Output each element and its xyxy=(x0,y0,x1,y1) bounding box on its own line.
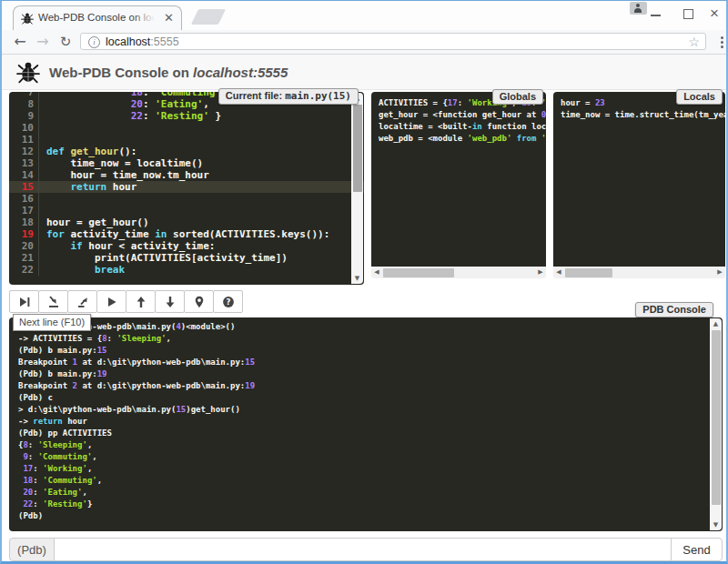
term-line: 22: 'Resting'} xyxy=(18,499,713,510)
code-line: 14 hour = time_now.tm_hour xyxy=(9,169,364,181)
globals-badge: Globals xyxy=(492,89,543,105)
help-button[interactable]: ? xyxy=(213,290,243,313)
bookmark-star-icon[interactable]: ☆ xyxy=(688,34,700,50)
step-out-icon xyxy=(76,296,89,308)
reload-button[interactable]: ↻ xyxy=(55,31,76,53)
new-tab-button[interactable] xyxy=(191,9,226,25)
arrow-down-icon xyxy=(164,296,177,308)
command-input[interactable] xyxy=(54,538,672,561)
where-button[interactable] xyxy=(184,290,214,313)
locals-hscrollbar[interactable]: ◀ ▶ xyxy=(553,267,725,278)
tooltip: Next line (F10) xyxy=(13,314,91,331)
term-line: Breakpoint 2 at d:\git\python-web-pdb\ma… xyxy=(18,380,713,392)
browser-titlebar: Web-PDB Console on loc ✕ xyxy=(2,1,726,30)
back-button[interactable]: ← xyxy=(9,31,31,53)
code-line: 17 xyxy=(9,205,364,217)
term-line: -> return hour xyxy=(18,416,713,428)
term-line: {8: 'Sleeping', xyxy=(18,439,713,451)
globals-hscrollbar[interactable]: ◀ ▶ xyxy=(371,267,546,278)
window-close-button[interactable] xyxy=(703,1,728,26)
code-line: 18hour = get_hour() xyxy=(9,217,364,228)
term-line: localtime = <built-in function localtime… xyxy=(379,121,539,133)
line-number: 21 xyxy=(9,252,39,264)
line-number: 20 xyxy=(9,240,39,252)
line-number: 13 xyxy=(9,157,39,169)
bug-logo-icon xyxy=(16,60,40,84)
continue-button[interactable] xyxy=(96,290,126,313)
globals-panel: ACTIVITIES = {17: 'Working', 18: 'Commut… xyxy=(371,92,546,278)
address-bar[interactable]: i localhost:5555 ☆ xyxy=(80,33,706,50)
locals-badge: Locals xyxy=(676,89,723,105)
page-title-host: localhost:5555 xyxy=(193,65,288,80)
locals-panel: hour = 23time_now = time.struct_time(tm_… xyxy=(553,92,725,278)
term-line: (Pdb) b main.py:19 xyxy=(18,368,713,380)
stack-up-button[interactable] xyxy=(126,290,156,313)
globals-scrollbar-thumb[interactable] xyxy=(383,268,454,277)
term-line: > d:\git\python-web-pdb\main.py(15)get_h… xyxy=(18,404,713,416)
breakpoint-line-number: 19 xyxy=(9,228,39,240)
pdb-console-badge: PDB Console xyxy=(635,302,713,317)
term-line: Breakpoint 1 at d:\git\python-web-pdb\ma… xyxy=(18,357,713,368)
scroll-down-icon[interactable]: ▼ xyxy=(351,273,363,284)
pdb-console-panel: > d:\git\python-web-pdb\main.py(4)<modul… xyxy=(9,317,723,531)
scroll-up-icon[interactable]: ▲ xyxy=(710,318,722,329)
locals-scrollbar-thumb[interactable] xyxy=(565,268,612,277)
tab-close-icon[interactable]: ✕ xyxy=(162,11,176,25)
browser-tab[interactable]: Web-PDB Console on loc ✕ xyxy=(13,5,182,30)
forward-button[interactable]: → xyxy=(32,31,54,53)
current-file-panel: 7 18: 'Commuting',8 20: 'Eating',9 22: '… xyxy=(9,92,364,285)
scroll-right-icon[interactable]: ▶ xyxy=(714,267,725,278)
code-line: 13 time_now = localtime() xyxy=(9,157,364,169)
svg-text:?: ? xyxy=(226,297,230,307)
code-line: 10 xyxy=(9,122,364,134)
url-text[interactable]: localhost:5555 xyxy=(106,35,179,49)
line-number: 9 xyxy=(9,110,39,122)
map-pin-icon xyxy=(193,296,206,308)
code-line: 19for activity_time in sorted(ACTIVITIES… xyxy=(9,228,364,240)
next-line-button[interactable] xyxy=(9,290,39,313)
scroll-left-icon[interactable]: ◀ xyxy=(371,267,382,278)
line-number: 7 xyxy=(9,92,39,98)
minimize-button[interactable] xyxy=(641,1,672,26)
breakpoint-line-number: 15 xyxy=(9,181,39,193)
line-number: 22 xyxy=(9,264,39,276)
code-line: 22 break xyxy=(9,264,364,276)
code-line: 16 xyxy=(9,193,364,205)
return-button[interactable] xyxy=(67,290,97,313)
maximize-button[interactable] xyxy=(672,1,703,26)
scroll-right-icon[interactable]: ▶ xyxy=(535,267,546,278)
term-line: 9: 'Commuting', xyxy=(18,451,713,463)
code-editor: 7 18: 'Commuting',8 20: 'Eating',9 22: '… xyxy=(9,92,364,285)
continue-icon xyxy=(106,296,118,308)
app-header: Web-PDB Console on localhost:5555 xyxy=(2,55,726,90)
term-line: (Pdb) xyxy=(18,510,713,522)
line-number: 18 xyxy=(9,217,39,228)
console-scrollbar-thumb[interactable] xyxy=(712,330,721,505)
info-icon[interactable]: i xyxy=(88,36,100,48)
scroll-down-icon[interactable]: ▼ xyxy=(710,519,722,530)
line-number: 14 xyxy=(9,169,39,181)
help-circle-icon: ? xyxy=(222,296,235,308)
command-row: (Pdb) Send xyxy=(9,538,723,561)
console-content: > d:\git\python-web-pdb\main.py(4)<modul… xyxy=(9,317,723,526)
code-scrollbar[interactable]: ▲ ▼ xyxy=(351,93,363,284)
code-line: 12def get_hour(): xyxy=(9,146,364,157)
line-number: 17 xyxy=(9,205,39,217)
browser-menu-icon[interactable] xyxy=(715,35,728,49)
bug-favicon-icon xyxy=(21,12,34,25)
code-line: 21 print(ACTIVITIES[activity_time]) xyxy=(9,252,364,264)
step-into-button[interactable] xyxy=(38,290,68,313)
scroll-left-icon[interactable]: ◀ xyxy=(553,267,564,278)
term-line: (Pdb) c xyxy=(18,392,713,404)
code-scrollbar-thumb[interactable] xyxy=(353,105,362,192)
line-number: 8 xyxy=(9,98,39,110)
code-line: 9 22: 'Resting' } xyxy=(9,110,364,122)
code-line: 11 xyxy=(9,134,364,146)
term-line: get_hour = <function get_hour at 0x00000… xyxy=(379,109,539,121)
send-button[interactable]: Send xyxy=(671,538,723,561)
next-line-icon xyxy=(18,296,31,308)
browser-window: Web-PDB Console on loc ✕ ← → ↻ i localho… xyxy=(0,0,728,564)
line-number: 16 xyxy=(9,193,39,205)
console-scrollbar[interactable]: ▲ ▼ xyxy=(710,318,722,530)
stack-down-button[interactable] xyxy=(155,290,185,313)
